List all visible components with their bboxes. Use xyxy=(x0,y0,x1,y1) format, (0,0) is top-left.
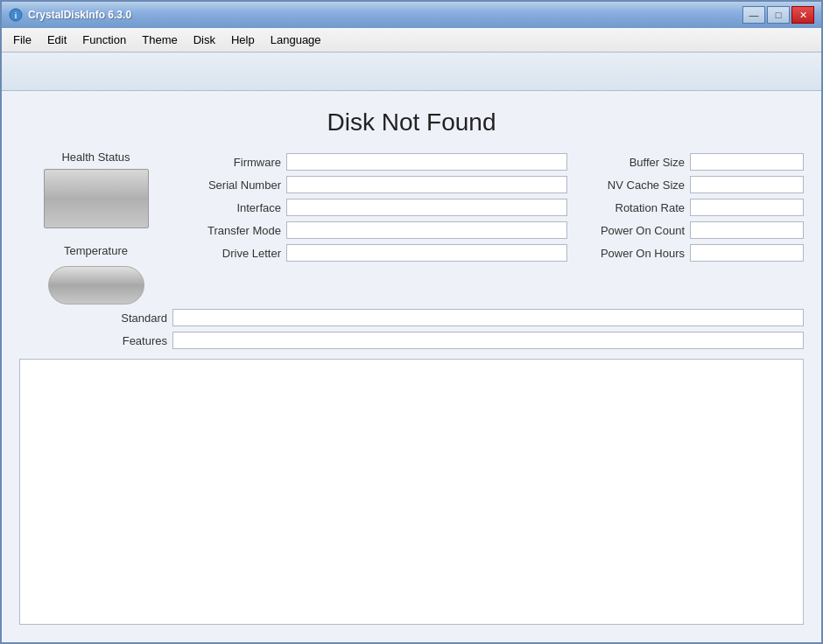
features-label: Features xyxy=(19,334,172,347)
titlebar: i CrystalDiskInfo 6.3.0 — □ ✕ xyxy=(2,2,821,28)
close-button[interactable]: ✕ xyxy=(791,6,814,24)
nv-cache-size-row: NV Cache Size xyxy=(567,175,804,194)
main-window: i CrystalDiskInfo 6.3.0 — □ ✕ File Edit … xyxy=(0,0,823,644)
full-width-fields: Standard Features xyxy=(2,304,821,350)
menu-function[interactable]: Function xyxy=(74,29,134,51)
menu-file[interactable]: File xyxy=(5,29,39,51)
menu-theme[interactable]: Theme xyxy=(134,29,185,51)
buffer-size-label: Buffer Size xyxy=(630,156,690,169)
serial-number-input[interactable] xyxy=(286,176,567,193)
power-on-count-label: Power On Count xyxy=(601,224,690,237)
nv-cache-size-input[interactable] xyxy=(690,176,804,193)
interface-input[interactable] xyxy=(286,199,567,216)
firmware-input[interactable] xyxy=(286,153,567,171)
menubar: File Edit Function Theme Disk Help Langu… xyxy=(2,28,821,52)
rotation-rate-label: Rotation Rate xyxy=(615,201,691,214)
minimize-button[interactable]: — xyxy=(742,6,765,24)
features-row: Features xyxy=(19,331,804,350)
menu-edit[interactable]: Edit xyxy=(39,29,74,51)
buffer-size-input[interactable] xyxy=(690,153,804,171)
menu-disk[interactable]: Disk xyxy=(186,29,223,51)
power-on-hours-row: Power On Hours xyxy=(567,243,804,262)
interface-row: Interface xyxy=(172,198,567,217)
left-panel: Health Status Temperature xyxy=(19,150,172,304)
firmware-label: Firmware xyxy=(172,156,286,169)
nv-cache-size-label: NV Cache Size xyxy=(608,178,690,192)
right-fields: Buffer Size NV Cache Size Rotation Rate … xyxy=(567,150,804,304)
temperature-label: Temperature xyxy=(64,244,128,257)
rotation-rate-row: Rotation Rate xyxy=(567,198,804,217)
info-area: Health Status Temperature Firmware Seria… xyxy=(2,150,821,304)
main-content: Disk Not Found Health Status Temperature… xyxy=(2,91,821,642)
serial-number-row: Serial Number xyxy=(172,175,567,194)
menu-help[interactable]: Help xyxy=(223,29,263,51)
power-on-count-input[interactable] xyxy=(690,221,804,239)
power-on-hours-input[interactable] xyxy=(690,244,804,262)
interface-label: Interface xyxy=(172,201,286,214)
temperature-indicator xyxy=(48,266,144,304)
window-title: CrystalDiskInfo 6.3.0 xyxy=(28,9,742,21)
menu-language[interactable]: Language xyxy=(263,29,329,51)
svg-text:i: i xyxy=(15,11,18,20)
drive-letter-label: Drive Letter xyxy=(172,247,286,260)
standard-input[interactable] xyxy=(172,309,804,326)
buffer-size-row: Buffer Size xyxy=(567,152,804,172)
transfer-mode-label: Transfer Mode xyxy=(172,224,286,237)
transfer-mode-input[interactable] xyxy=(286,221,567,239)
app-icon: i xyxy=(9,8,23,22)
standard-label: Standard xyxy=(19,312,172,325)
features-input[interactable] xyxy=(172,332,804,349)
smart-table-area xyxy=(19,359,804,625)
drive-letter-input[interactable] xyxy=(286,244,567,262)
drive-letter-row: Drive Letter xyxy=(172,243,567,262)
rotation-rate-input[interactable] xyxy=(690,199,804,216)
power-on-count-row: Power On Count xyxy=(567,220,804,240)
health-status-box xyxy=(44,169,149,228)
toolbar xyxy=(2,52,821,91)
window-controls: — □ ✕ xyxy=(742,6,814,24)
disk-status-heading: Disk Not Found xyxy=(2,91,821,150)
standard-row: Standard xyxy=(19,308,804,327)
firmware-row: Firmware xyxy=(172,152,567,172)
power-on-hours-label: Power On Hours xyxy=(601,247,690,260)
maximize-button[interactable]: □ xyxy=(767,6,790,24)
transfer-mode-row: Transfer Mode xyxy=(172,220,567,240)
health-status-label: Health Status xyxy=(61,150,130,164)
middle-fields: Firmware Serial Number Interface Transfe… xyxy=(172,150,567,304)
serial-number-label: Serial Number xyxy=(172,178,286,192)
